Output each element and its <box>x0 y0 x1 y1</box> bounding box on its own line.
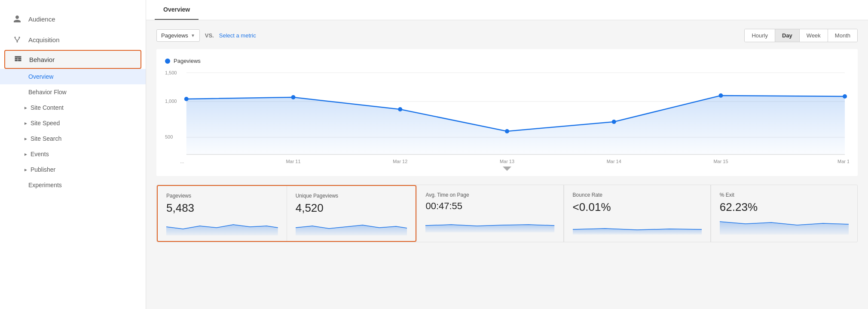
metric-label-pageviews: Pageviews <box>166 193 278 199</box>
main-content: Overview Pageviews ▼ VS. Select a metric… <box>146 0 868 309</box>
vs-label: VS. <box>205 32 214 39</box>
sidebar-sub-site-speed[interactable]: ► Site Speed <box>0 115 146 131</box>
metric-card-bounce-rate: Bounce Rate <0.01% <box>564 185 711 242</box>
x-label-mar12: Mar 12 <box>393 159 407 164</box>
sidebar-sub-publisher[interactable]: ► Publisher <box>0 162 146 177</box>
mini-chart-unique-pageviews <box>296 218 407 235</box>
chevron-right-icon: ► <box>24 167 28 172</box>
chart-area-fill <box>186 96 845 154</box>
sidebar-sub-events-label: Events <box>31 151 49 158</box>
sidebar-label-acquisition: Acquisition <box>28 36 60 43</box>
legend-label-pageviews: Pageviews <box>174 58 201 64</box>
y-label-1000: 1,000 <box>165 99 177 104</box>
tab-bar: Overview <box>146 0 868 20</box>
chart-controls-left: Pageviews ▼ VS. Select a metric <box>156 29 256 42</box>
highlighted-metrics: Pageviews 5,483 <box>157 185 416 242</box>
svg-point-1 <box>18 37 20 38</box>
mini-chart-exit <box>720 217 849 235</box>
metric-dropdown[interactable]: Pageviews ▼ <box>156 29 200 42</box>
svg-point-0 <box>14 37 15 38</box>
metric-card-exit: % Exit 62.23% <box>711 185 857 242</box>
metric-label-unique-pageviews: Unique Pageviews <box>296 193 407 199</box>
sidebar-sub-events[interactable]: ► Events <box>0 146 146 162</box>
chevron-right-icon: ► <box>24 152 28 157</box>
sidebar-sub-behavior-flow-label: Behavior Flow <box>28 89 67 96</box>
mini-chart-pageviews <box>166 218 278 235</box>
svg-point-2 <box>16 41 18 42</box>
chart-point-5 <box>719 93 723 98</box>
content-area: Pageviews ▼ VS. Select a metric Hourly D… <box>146 20 868 309</box>
sidebar-sub-site-speed-label: Site Speed <box>31 120 60 127</box>
metric-value-unique-pageviews: 4,520 <box>296 201 407 215</box>
time-btn-hourly[interactable]: Hourly <box>745 29 775 42</box>
chevron-right-icon: ► <box>24 136 28 141</box>
chart-container: Pageviews 1,500 1,000 500 <box>156 49 858 176</box>
chart-point-1 <box>291 95 296 99</box>
chart-point-4 <box>612 120 616 124</box>
chart-legend: Pageviews <box>165 58 849 64</box>
select-metric-link[interactable]: Select a metric <box>219 32 256 39</box>
sidebar-sub-experiments[interactable]: Experiments <box>0 177 146 193</box>
y-label-500: 500 <box>165 134 173 139</box>
sidebar-label-audience: Audience <box>28 15 55 23</box>
chart-dropdown-indicator[interactable] <box>503 167 511 171</box>
sidebar-label-behavior: Behavior <box>29 56 55 63</box>
y-label-1500: 1,500 <box>165 70 177 75</box>
sidebar-item-acquisition[interactable]: Acquisition <box>0 29 146 50</box>
mini-chart-bounce-rate <box>573 217 702 235</box>
chevron-right-icon: ► <box>24 121 28 126</box>
chart-svg: 1,500 1,000 500 <box>165 68 849 172</box>
time-btn-month[interactable]: Month <box>828 29 857 42</box>
metric-value-avg-time: 00:47:55 <box>425 201 554 212</box>
sidebar-item-behavior[interactable]: Behavior <box>4 50 141 69</box>
chart-point-6 <box>843 94 847 99</box>
metric-card-pageviews: Pageviews 5,483 <box>158 186 287 241</box>
x-label-mar11: Mar 11 <box>286 159 300 164</box>
time-btn-week[interactable]: Week <box>800 29 828 42</box>
sidebar-sub-publisher-label: Publisher <box>31 166 55 173</box>
metric-value-pageviews: 5,483 <box>166 201 278 215</box>
legend-dot-pageviews <box>165 59 170 64</box>
sidebar-sub-overview-label: Overview <box>28 73 53 80</box>
chart-point-0 <box>184 97 189 101</box>
x-label-mar15: Mar 15 <box>713 159 728 164</box>
sidebar-sub-experiments-label: Experiments <box>28 182 62 188</box>
metric-value-exit: 62.23% <box>720 201 849 214</box>
dropdown-arrow-icon: ▼ <box>191 33 195 38</box>
metric-card-unique-pageviews: Unique Pageviews 4,520 <box>287 186 416 241</box>
sidebar-sub-site-search[interactable]: ► Site Search <box>0 131 146 146</box>
chart-point-2 <box>398 107 402 111</box>
person-icon <box>13 15 21 23</box>
chart-controls: Pageviews ▼ VS. Select a metric Hourly D… <box>156 29 858 42</box>
x-label-mar14: Mar 14 <box>607 159 621 164</box>
sidebar: Audience Acquisition Behavior Overview B… <box>0 0 146 309</box>
metric-label-bounce-rate: Bounce Rate <box>573 192 702 198</box>
time-btn-day[interactable]: Day <box>775 29 800 42</box>
sidebar-item-audience[interactable]: Audience <box>0 9 146 29</box>
chevron-right-icon: ► <box>24 105 28 110</box>
sidebar-sub-site-content-label: Site Content <box>31 104 64 111</box>
metric-dropdown-label: Pageviews <box>161 32 188 39</box>
table-icon <box>14 55 22 64</box>
x-label-mar16: Mar 16 <box>837 159 849 164</box>
sidebar-sub-overview[interactable]: Overview <box>0 69 146 84</box>
sidebar-sub-site-search-label: Site Search <box>31 135 61 142</box>
tab-overview[interactable]: Overview <box>155 0 199 20</box>
chart-point-3 <box>505 129 509 133</box>
sidebar-sub-behavior-flow[interactable]: Behavior Flow <box>0 84 146 100</box>
chart-area: 1,500 1,000 500 <box>165 68 849 172</box>
metric-label-avg-time: Avg. Time on Page <box>425 192 554 198</box>
x-label-dots: ... <box>180 159 184 164</box>
metric-cards-container: Pageviews 5,483 <box>156 185 858 242</box>
sidebar-sub-site-content[interactable]: ► Site Content <box>0 100 146 115</box>
metric-card-avg-time: Avg. Time on Page 00:47:55 <box>416 185 563 242</box>
fork-icon <box>13 35 21 44</box>
metric-label-exit: % Exit <box>720 192 849 198</box>
metric-value-bounce-rate: <0.01% <box>573 201 702 214</box>
mini-chart-avg-time <box>425 215 554 232</box>
time-period-buttons: Hourly Day Week Month <box>744 29 858 42</box>
x-label-mar13: Mar 13 <box>500 159 514 164</box>
